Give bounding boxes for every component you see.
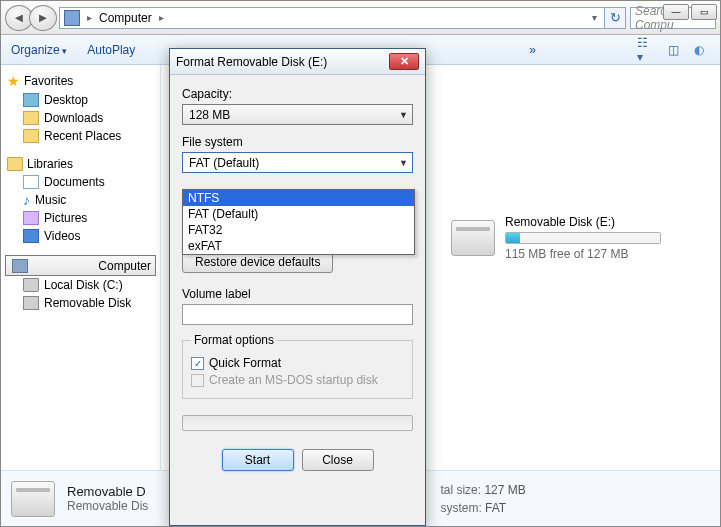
capacity-label: Capacity:	[182, 87, 413, 101]
capacity-select[interactable]: 128 MB ▼	[182, 104, 413, 125]
computer-heading[interactable]: Computer	[5, 255, 156, 276]
msdos-label: Create an MS-DOS startup disk	[209, 373, 378, 387]
address-bar[interactable]: ▸ Computer ▸ ▾	[59, 7, 605, 29]
forward-button[interactable]: ►	[29, 5, 57, 31]
sidebar-item-videos[interactable]: Videos	[5, 227, 156, 245]
favorites-heading[interactable]: ★ Favorites	[5, 71, 156, 91]
capacity-value: 128 MB	[189, 108, 230, 122]
storage-progress	[505, 232, 661, 244]
disk-icon	[23, 278, 39, 292]
sidebar-item-recent[interactable]: Recent Places	[5, 127, 156, 145]
quick-format-checkbox[interactable]: ✓	[191, 357, 204, 370]
filesystem-label: File system	[182, 135, 413, 149]
volume-label-label: Volume label	[182, 287, 413, 301]
recent-icon	[23, 129, 39, 143]
favorites-label: Favorites	[24, 74, 73, 88]
sidebar-item-label: Local Disk (C:)	[44, 278, 123, 292]
drive-name: Removable Disk (E:)	[505, 215, 661, 229]
format-progress	[182, 415, 413, 431]
sidebar-item-desktop[interactable]: Desktop	[5, 91, 156, 109]
details-subtitle: Removable Dis	[67, 499, 148, 513]
libraries-heading[interactable]: Libraries	[5, 155, 156, 173]
sidebar-item-removable-disk[interactable]: Removable Disk	[5, 294, 156, 312]
sidebar-item-downloads[interactable]: Downloads	[5, 109, 156, 127]
breadcrumb-computer[interactable]: Computer	[99, 11, 152, 25]
dialog-title: Format Removable Disk (E:)	[176, 55, 389, 69]
music-icon: ♪	[23, 193, 30, 207]
filesystem-dropdown: NTFS FAT (Default) FAT32 exFAT	[182, 189, 415, 255]
msdos-checkbox	[191, 374, 204, 387]
minimize-button[interactable]: —	[663, 4, 689, 20]
sidebar-item-label: Pictures	[44, 211, 87, 225]
libraries-label: Libraries	[27, 157, 73, 171]
sidebar-item-local-disk[interactable]: Local Disk (C:)	[5, 276, 156, 294]
removable-icon	[23, 296, 39, 310]
quick-format-label: Quick Format	[209, 356, 281, 370]
drive-free-text: 115 MB free of 127 MB	[505, 247, 661, 261]
quick-format-row[interactable]: ✓ Quick Format	[191, 356, 404, 370]
drive-info: Removable Disk (E:) 115 MB free of 127 M…	[505, 215, 661, 261]
format-options-legend: Format options	[191, 333, 277, 347]
sidebar-item-pictures[interactable]: Pictures	[5, 209, 156, 227]
window-controls: — ▭	[663, 4, 717, 20]
sidebar-item-music[interactable]: ♪Music	[5, 191, 156, 209]
navigation-tree: ★ Favorites Desktop Downloads Recent Pla…	[1, 65, 161, 470]
refresh-button[interactable]: ↻	[604, 7, 626, 29]
star-icon: ★	[7, 73, 20, 89]
libraries-icon	[7, 157, 23, 171]
fs-option-fat32[interactable]: FAT32	[183, 222, 414, 238]
computer-icon	[64, 10, 80, 26]
sidebar-item-label: Removable Disk	[44, 296, 131, 310]
dialog-titlebar[interactable]: Format Removable Disk (E:) ✕	[170, 49, 425, 75]
chevron-down-icon: ▼	[399, 110, 408, 120]
removable-drive-icon	[11, 481, 55, 517]
filesystem-value: FAT (Default)	[189, 156, 259, 170]
view-options-button[interactable]: ☷ ▾	[636, 40, 658, 60]
chevron-down-icon[interactable]: ▾	[589, 12, 600, 23]
start-button[interactable]: Start	[222, 449, 294, 471]
organize-menu[interactable]: Organize	[11, 43, 67, 57]
chevron-right-icon: ▸	[84, 12, 95, 23]
filesystem-value: FAT	[485, 501, 506, 515]
details-title: Removable D	[67, 484, 148, 499]
sidebar-item-documents[interactable]: Documents	[5, 173, 156, 191]
sidebar-item-label: Music	[35, 193, 66, 207]
fs-option-fat-default[interactable]: FAT (Default)	[183, 206, 414, 222]
close-button[interactable]: ✕	[389, 53, 419, 70]
msdos-disk-row: Create an MS-DOS startup disk	[191, 373, 404, 387]
preview-pane-button[interactable]: ◫	[662, 40, 684, 60]
chevron-right-icon: ▸	[156, 12, 167, 23]
total-size-label: tal size:	[440, 483, 481, 497]
pictures-icon	[23, 211, 39, 225]
more-commands[interactable]: »	[529, 43, 536, 57]
sidebar-item-label: Desktop	[44, 93, 88, 107]
sidebar-item-label: Recent Places	[44, 129, 121, 143]
fs-option-exfat[interactable]: exFAT	[183, 238, 414, 254]
total-size-value: 127 MB	[484, 483, 525, 497]
details-properties: tal size: 127 MB system: FAT	[440, 481, 525, 517]
help-button[interactable]: ◐	[688, 40, 710, 60]
sidebar-item-label: Downloads	[44, 111, 103, 125]
document-icon	[23, 175, 39, 189]
removable-drive-icon	[451, 220, 495, 256]
autoplay-button[interactable]: AutoPlay	[87, 43, 135, 57]
format-dialog: Format Removable Disk (E:) ✕ Capacity: 1…	[169, 48, 426, 526]
fs-option-ntfs[interactable]: NTFS	[183, 190, 414, 206]
view-controls: ☷ ▾ ◫ ◐	[636, 40, 710, 60]
downloads-icon	[23, 111, 39, 125]
videos-icon	[23, 229, 39, 243]
close-dialog-button[interactable]: Close	[302, 449, 374, 471]
computer-label: Computer	[98, 259, 151, 273]
volume-label-input[interactable]	[182, 304, 413, 325]
navigation-bar: ◄ ► ▸ Computer ▸ ▾ ↻ Search Compu	[1, 1, 720, 35]
filesystem-label: system:	[440, 501, 481, 515]
sidebar-item-label: Documents	[44, 175, 105, 189]
sidebar-item-label: Videos	[44, 229, 80, 243]
computer-icon	[12, 259, 28, 273]
desktop-icon	[23, 93, 39, 107]
chevron-down-icon: ▼	[399, 158, 408, 168]
drive-tile-removable[interactable]: Removable Disk (E:) 115 MB free of 127 M…	[451, 215, 710, 261]
format-options-group: Format options ✓ Quick Format Create an …	[182, 333, 413, 399]
maximize-button[interactable]: ▭	[691, 4, 717, 20]
filesystem-select[interactable]: FAT (Default) ▼	[182, 152, 413, 173]
